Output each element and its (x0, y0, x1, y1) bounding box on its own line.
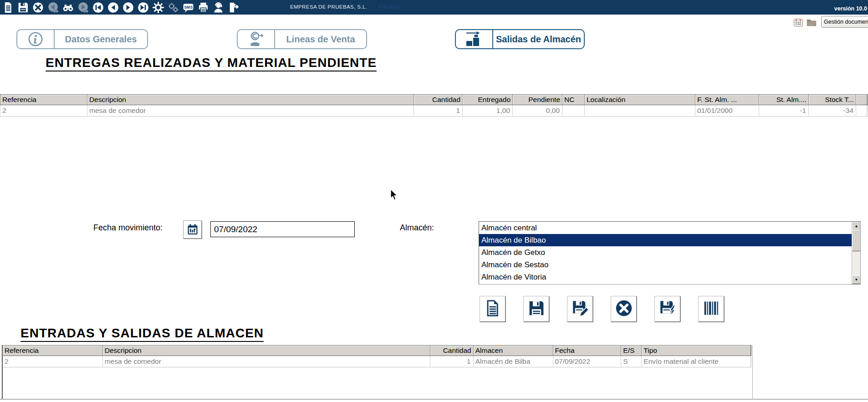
gestion-documental-button[interactable]: Gestión documental (821, 16, 868, 28)
list-item[interactable]: Almacén de Getxo (479, 246, 860, 259)
svg-text:SMS: SMS (184, 5, 193, 9)
tab-label: Datos Generales (55, 30, 147, 48)
process-icon[interactable] (168, 2, 179, 13)
cell: 1 (430, 356, 474, 367)
sales-icon (238, 30, 275, 48)
new-doc-icon (484, 300, 501, 318)
cancel-button[interactable] (611, 296, 637, 322)
report-icon[interactable] (2, 2, 14, 13)
fecha-movimiento-input[interactable] (210, 221, 355, 237)
almacen-listbox[interactable]: Almacén centralAlmacén de BilbaoAlmacén … (479, 221, 861, 285)
column-header-cantidad[interactable]: Cantidad (430, 346, 474, 356)
save-flash-icon (659, 300, 676, 318)
barcode-button[interactable] (698, 296, 724, 322)
tab-salidas-de-almac-n[interactable]: Salidas de Almacén (455, 29, 585, 49)
save-button[interactable] (523, 296, 549, 322)
mini-calendar-icon[interactable] (793, 17, 804, 30)
column-header-descripcion[interactable]: Descripcion (103, 346, 430, 356)
table-row[interactable]: 2mesa de comedor1Almacén de Bilba07/09/2… (2, 356, 751, 367)
search-back-icon[interactable] (47, 2, 59, 13)
info-icon (17, 30, 55, 48)
column-header-localización[interactable]: Localización (585, 95, 695, 105)
barcode-icon (703, 300, 720, 318)
column-header-pendiente[interactable]: Pendiente (513, 95, 562, 105)
tab-label: Salidas de Almacén (493, 30, 584, 48)
cell: 07/09/2022 (553, 356, 622, 367)
entregas-section-title: ENTREGAS REALIZADAS Y MATERIAL PENDIENTE (46, 56, 377, 71)
table-row[interactable]: 2mesa de comedor11,000,0001/01/2000-1-34 (0, 105, 868, 117)
cancel-icon[interactable] (32, 2, 44, 13)
table-header-row: ReferenciaDescripcionCantidadEntregadoPe… (0, 94, 868, 105)
record-action-buttons (480, 296, 724, 322)
table-header-row: ReferenciaDescripcionCantidadAlmacenFech… (2, 345, 751, 356)
column-header-fecha[interactable]: Fecha (553, 346, 622, 356)
cell: 1,00 (463, 105, 513, 116)
scroll-down-icon[interactable]: ▼ (852, 275, 861, 284)
exit-icon[interactable] (228, 2, 239, 13)
calendar-picker-button[interactable] (183, 220, 202, 239)
scrollbar-thumb[interactable] (852, 230, 861, 251)
column-header-cantidad[interactable]: Cantidad (414, 95, 463, 105)
tab-lineas-de-venta[interactable]: Lineas de Venta (237, 29, 367, 49)
column-header-tipo[interactable]: Tipo (642, 346, 751, 356)
column-header-entregado[interactable]: Entregado (463, 95, 513, 105)
sms-icon[interactable]: SMS (183, 2, 194, 13)
search-icon[interactable] (62, 2, 74, 13)
scroll-up-icon[interactable]: ▲ (852, 222, 861, 230)
movimientos-table: ReferenciaDescripcionCantidadAlmacenFech… (2, 345, 751, 367)
column-header-stock-t-[interactable]: Stock T... (809, 95, 856, 105)
cell: 01/01/2000 (695, 105, 759, 116)
new-record-button[interactable] (480, 296, 505, 322)
cell: mesa de comedor (103, 356, 430, 367)
cell: S (621, 356, 642, 367)
column-header-st-alm-[interactable]: St. Alm.... (759, 95, 809, 105)
last-record-icon[interactable] (138, 2, 149, 13)
cell: -1 (759, 105, 809, 116)
list-item[interactable]: Almacén de Sestao (479, 259, 860, 271)
column-header-descripcion[interactable]: Descripcion (87, 95, 414, 105)
save-edit-button[interactable] (567, 296, 593, 322)
warehouse-out-icon (456, 30, 493, 48)
cell: Envío material al cliente (642, 356, 751, 367)
cell: Almacén de Bilba (474, 356, 553, 367)
first-record-icon[interactable] (92, 2, 104, 13)
column-header-referencia[interactable]: Referencia (3, 346, 103, 356)
column-header-referencia[interactable]: Referencia (0, 95, 87, 105)
cell: 0,00 (513, 105, 562, 116)
search-forward-icon[interactable] (77, 2, 89, 13)
cell: mesa de comedor (87, 105, 414, 116)
column-header-almacen[interactable]: Almacen (474, 346, 553, 356)
mouse-cursor (389, 189, 399, 203)
previous-record-icon[interactable] (107, 2, 119, 13)
save-flash-button[interactable] (654, 296, 680, 322)
cell (562, 105, 585, 116)
company-name: EMPRESA DE PRUEBAS, S.L. (290, 4, 367, 10)
version-label: versión 10.0 (834, 5, 867, 12)
tab-label: Lineas de Venta (275, 30, 366, 48)
settings-icon[interactable] (153, 2, 164, 13)
list-item[interactable]: Almacén central (479, 222, 860, 234)
cell: 1 (414, 105, 463, 116)
bottom-divider (0, 399, 868, 400)
save-disk-icon (528, 300, 545, 318)
list-item[interactable]: Almacén de Vitoria (479, 271, 860, 283)
save-icon[interactable] (17, 2, 29, 13)
save-edit-icon (572, 300, 589, 318)
ghost-factura-label: Factura (378, 3, 400, 10)
column-header-e/s[interactable]: E/S (621, 346, 642, 356)
column-header-nc[interactable]: NC (562, 95, 585, 105)
listbox-scrollbar[interactable]: ▲ ▼ (852, 222, 860, 284)
next-record-icon[interactable] (123, 2, 134, 13)
movimientos-section-title: ENTRADAS Y SALIDAS DE ALMACEN (20, 326, 264, 342)
cancel-circle-icon (615, 300, 633, 318)
support-icon[interactable] (213, 2, 224, 13)
column-header-f-st-alm-[interactable]: F. St. Alm. ... (695, 95, 759, 105)
cell: 2 (3, 356, 103, 367)
print-icon[interactable] (198, 2, 209, 13)
list-item[interactable]: Almacén de Bilbao (479, 234, 860, 246)
tab-datos-generales[interactable]: Datos Generales (16, 29, 148, 49)
folder-icon[interactable] (806, 17, 817, 30)
almacen-label: Almacén: (400, 223, 434, 233)
toolbar-icon-strip: SMS (0, 2, 239, 13)
column-header-blank[interactable] (856, 95, 867, 105)
